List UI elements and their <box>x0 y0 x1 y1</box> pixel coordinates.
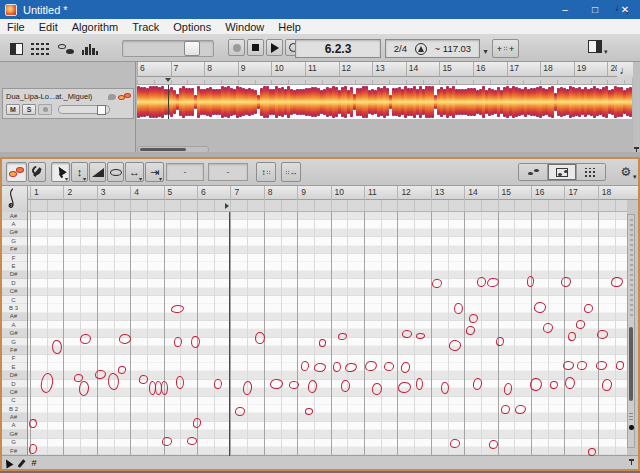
note-blob[interactable] <box>119 334 132 345</box>
note-blob[interactable] <box>364 360 377 371</box>
note-blob[interactable] <box>453 302 463 314</box>
note-blob[interactable] <box>533 301 546 314</box>
pitch-row-label[interactable]: B 3 <box>0 304 27 312</box>
note-blob[interactable] <box>575 319 584 328</box>
note-blob[interactable] <box>514 404 526 414</box>
note-blob[interactable] <box>307 379 316 392</box>
note-blob[interactable] <box>318 339 325 347</box>
note-blob[interactable] <box>488 439 497 448</box>
eq-chart-icon[interactable] <box>80 39 100 58</box>
note-blob[interactable] <box>174 337 182 347</box>
view-mode-blobs-framed[interactable] <box>548 164 577 180</box>
editor-v-scrollbar[interactable] <box>627 214 635 448</box>
autostretch-button[interactable]: ++ <box>492 39 519 58</box>
note-blob[interactable] <box>588 448 597 456</box>
pitch-row-label[interactable]: F# <box>0 246 27 254</box>
view-mode-lines[interactable] <box>577 164 605 180</box>
pitch-row-label[interactable]: G# <box>0 229 27 237</box>
pitch-row-label[interactable]: D <box>0 380 27 388</box>
note-blob[interactable] <box>577 360 587 369</box>
note-blob[interactable] <box>487 277 500 287</box>
pitch-row-label[interactable]: G# <box>0 329 27 337</box>
pencil-mode-icon[interactable] <box>16 458 26 468</box>
time-grid-snap-button[interactable]: ↔ <box>281 162 301 182</box>
modulation-tool-button[interactable] <box>89 162 106 182</box>
value-field-1[interactable]: - <box>166 163 204 181</box>
track-name[interactable]: Dua_Lipa-Lo...at._Miguel) <box>6 92 108 101</box>
editor-subruler[interactable] <box>28 200 627 212</box>
clef-box[interactable] <box>0 186 28 212</box>
note-blob[interactable] <box>193 418 202 429</box>
note-blob[interactable] <box>431 278 442 288</box>
song-position-display[interactable]: 6.2.3 <box>295 39 381 58</box>
note-blob[interactable] <box>465 325 475 335</box>
menu-item-algorithm[interactable]: Algorithm <box>65 19 125 34</box>
track-subruler[interactable] <box>137 77 632 85</box>
note-blob[interactable] <box>440 382 449 395</box>
note-blob[interactable] <box>175 375 184 389</box>
slider-handle[interactable] <box>184 41 200 56</box>
note-blob[interactable] <box>596 329 607 338</box>
pitch-row-label[interactable]: G <box>0 237 27 245</box>
algorithm-blob-icon[interactable] <box>118 93 131 101</box>
note-blob[interactable] <box>383 361 394 371</box>
note-blob[interactable] <box>305 407 313 414</box>
formant-tool-button[interactable] <box>107 162 124 182</box>
note-blob[interactable] <box>500 404 509 413</box>
note-blob[interactable] <box>214 379 222 389</box>
settings-dropdown[interactable]: ▾ <box>633 173 637 181</box>
pointer-mode-icon[interactable] <box>3 458 13 468</box>
note-blob[interactable] <box>543 323 553 333</box>
pitch-row-label[interactable]: A# <box>0 413 27 421</box>
note-blob[interactable] <box>160 381 168 395</box>
pitch-row-label[interactable]: E <box>0 262 27 270</box>
pitch-tool-button[interactable]: ↕▾ <box>71 162 88 182</box>
pitch-row-label[interactable]: D# <box>0 271 27 279</box>
pitch-row-label[interactable]: G <box>0 439 27 447</box>
window-layout-icon[interactable] <box>8 39 25 58</box>
pitch-row-label[interactable]: A <box>0 220 27 228</box>
settings-gear-icon[interactable]: ⚙ <box>618 163 634 181</box>
note-blob[interactable] <box>107 372 120 390</box>
amplitude-tool-button[interactable]: ↔▾ <box>125 162 144 182</box>
note-blob[interactable] <box>472 378 482 391</box>
waveform-lane[interactable] <box>137 85 632 119</box>
solo-button[interactable]: S <box>22 104 36 115</box>
menu-item-file[interactable]: File <box>0 19 32 34</box>
tempo-box[interactable]: 2/4 ~ 117.03 <box>385 39 480 58</box>
pitch-row-label[interactable]: E <box>0 363 27 371</box>
zoom-knob[interactable] <box>629 425 634 430</box>
maximize-button[interactable]: □ <box>580 0 610 19</box>
note-blob[interactable] <box>79 380 89 395</box>
note-blob[interactable] <box>468 313 478 323</box>
pitch-row-label[interactable]: F# <box>0 346 27 354</box>
note-blob[interactable] <box>450 438 460 447</box>
note-blob[interactable] <box>289 381 300 390</box>
menu-item-help[interactable]: Help <box>271 19 308 34</box>
note-blob[interactable] <box>162 436 172 445</box>
note-blob[interactable] <box>344 362 357 373</box>
note-blob[interactable] <box>235 406 245 415</box>
track-volume-slider[interactable] <box>58 105 110 114</box>
pointer-tool-button[interactable]: ▾ <box>51 162 70 182</box>
note-blob[interactable] <box>400 361 410 373</box>
tempo-dropdown[interactable]: ▾ <box>481 45 490 58</box>
corner-zoom-handle-icon[interactable] <box>629 459 634 464</box>
blob-view-icon[interactable] <box>56 39 76 58</box>
note-blob[interactable] <box>340 380 350 392</box>
play-button[interactable] <box>266 39 283 56</box>
track-header[interactable]: Dua_Lipa-Lo...at._Miguel) M S <box>2 88 134 119</box>
note-blob[interactable] <box>372 383 382 395</box>
panel-layout-icon[interactable] <box>588 40 602 53</box>
note-blob[interactable] <box>526 275 533 286</box>
note-blob[interactable] <box>561 277 571 287</box>
pitch-row-label[interactable]: A <box>0 321 27 329</box>
pitch-row-label[interactable]: C# <box>0 388 27 396</box>
note-blob[interactable] <box>602 379 612 391</box>
note-blob[interactable] <box>254 331 265 344</box>
value-field-2[interactable]: - <box>208 163 248 181</box>
note-blob[interactable] <box>583 303 592 312</box>
pitch-row-label[interactable]: A# <box>0 212 27 220</box>
note-blob[interactable] <box>170 305 184 314</box>
note-blob[interactable] <box>397 381 411 393</box>
